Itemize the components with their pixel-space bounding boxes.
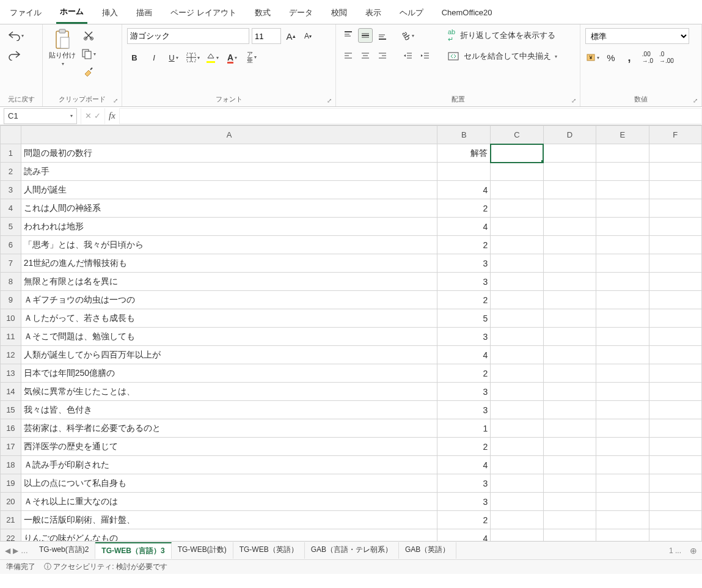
font-size-combo[interactable]	[252, 28, 281, 44]
cell[interactable]: 我々は皆、色付き	[21, 401, 437, 419]
cell[interactable]	[649, 383, 701, 401]
cell[interactable]: 4	[437, 346, 491, 364]
cell[interactable]: 気候に異常が生じたことは、	[21, 383, 437, 401]
cell[interactable]	[491, 273, 543, 291]
sheet-tab[interactable]: TG-WEB（英語）	[233, 542, 305, 559]
cell[interactable]: 2	[437, 438, 491, 456]
cell[interactable]	[649, 181, 701, 199]
name-box[interactable]: C1▾	[4, 108, 77, 124]
row-header[interactable]: 11	[1, 328, 21, 346]
cell[interactable]	[596, 181, 649, 199]
number-launcher-icon[interactable]: ⤢	[693, 97, 698, 104]
cell[interactable]	[543, 529, 596, 542]
cut-button[interactable]	[81, 28, 96, 43]
increase-indent-button[interactable]	[418, 49, 433, 64]
row-header[interactable]: 20	[1, 493, 21, 511]
cell[interactable]	[649, 328, 701, 346]
cell[interactable]	[543, 346, 596, 364]
cell[interactable]: 4	[437, 218, 491, 236]
wrap-text-button[interactable]: ab↵ 折り返して全体を表示する	[444, 28, 560, 43]
cell[interactable]	[649, 218, 701, 236]
cell[interactable]	[596, 291, 649, 309]
cell[interactable]	[543, 493, 596, 511]
cell[interactable]: 4	[437, 181, 491, 199]
cell[interactable]	[491, 163, 543, 181]
cell[interactable]: 人類が誕生してから四百万年以上が	[21, 346, 437, 364]
col-header-B[interactable]: B	[437, 126, 491, 144]
cell[interactable]: 3	[437, 254, 491, 273]
orientation-button[interactable]: ab▾	[401, 28, 415, 43]
tab-data[interactable]: データ	[285, 5, 316, 23]
cell[interactable]: 2	[437, 511, 491, 529]
cell[interactable]	[491, 401, 543, 419]
align-launcher-icon[interactable]: ⤢	[571, 97, 576, 104]
cell[interactable]	[596, 383, 649, 401]
sheet-tab[interactable]: TG-WEB(計数)	[172, 542, 233, 559]
cell[interactable]: 西洋医学の歴史を通じて	[21, 438, 437, 456]
cell[interactable]	[649, 273, 701, 291]
cell[interactable]	[491, 529, 543, 542]
cell[interactable]	[649, 364, 701, 383]
cell[interactable]	[596, 218, 649, 236]
tab-help[interactable]: ヘルプ	[396, 5, 427, 23]
tab-insert[interactable]: 挿入	[98, 5, 122, 23]
increase-decimal-button[interactable]: .00→.0	[640, 50, 655, 65]
decrease-indent-button[interactable]	[401, 49, 415, 64]
row-header[interactable]: 16	[1, 419, 21, 438]
cell[interactable]	[596, 346, 649, 364]
cell[interactable]	[491, 474, 543, 493]
row-header[interactable]: 7	[1, 254, 21, 273]
borders-button[interactable]: ▾	[186, 50, 200, 65]
tab-home[interactable]: ホーム	[56, 4, 87, 24]
cell[interactable]	[543, 383, 596, 401]
row-header[interactable]: 21	[1, 511, 21, 529]
cell[interactable]: 一般に活版印刷術、羅針盤、	[21, 511, 437, 529]
cell[interactable]	[543, 309, 596, 328]
cell[interactable]	[491, 493, 543, 511]
fill-color-button[interactable]: ▾	[205, 50, 220, 65]
sheet-tab[interactable]: TG-WEB（言語）3	[95, 542, 171, 559]
cell[interactable]: 3	[437, 328, 491, 346]
cell[interactable]: 3	[437, 493, 491, 511]
row-header[interactable]: 10	[1, 309, 21, 328]
align-bottom-button[interactable]	[375, 28, 390, 43]
row-header[interactable]: 1	[1, 144, 21, 163]
cell[interactable]	[543, 181, 596, 199]
cell[interactable]	[649, 309, 701, 328]
cell[interactable]: 問題の最初の数行	[21, 144, 437, 163]
cell[interactable]: 以上の点について私自身も	[21, 474, 437, 493]
cell[interactable]	[596, 493, 649, 511]
cell[interactable]	[491, 511, 543, 529]
tab-chemoffice[interactable]: ChemOffice20	[438, 6, 496, 22]
row-header[interactable]: 13	[1, 364, 21, 383]
font-launcher-icon[interactable]: ⤢	[327, 97, 332, 104]
cell[interactable]: Ａ読み手が印刷された	[21, 456, 437, 474]
align-right-button[interactable]	[375, 49, 390, 64]
cell[interactable]	[491, 328, 543, 346]
cell[interactable]: 2	[437, 236, 491, 254]
cell[interactable]	[649, 346, 701, 364]
cell[interactable]	[596, 529, 649, 542]
cell[interactable]	[596, 328, 649, 346]
cell[interactable]	[543, 144, 596, 163]
cell[interactable]	[491, 236, 543, 254]
row-header[interactable]: 2	[1, 163, 21, 181]
cell[interactable]	[596, 401, 649, 419]
sheets-overflow-label[interactable]: 1 ...	[665, 546, 685, 555]
cell[interactable]	[543, 419, 596, 438]
sheet-tab[interactable]: TG-web(言語)2	[33, 542, 95, 559]
align-center-button[interactable]	[358, 49, 373, 64]
decrease-decimal-button[interactable]: .0→.00	[659, 50, 675, 65]
cell[interactable]	[596, 254, 649, 273]
cell[interactable]	[649, 254, 701, 273]
tab-formulas[interactable]: 数式	[251, 5, 274, 23]
cell[interactable]: 3	[437, 383, 491, 401]
cell[interactable]	[543, 273, 596, 291]
cell[interactable]: Ａそれ以上に重大なのは	[21, 493, 437, 511]
cell[interactable]	[491, 438, 543, 456]
row-header[interactable]: 22	[1, 529, 21, 542]
cell[interactable]	[649, 163, 701, 181]
col-header-D[interactable]: D	[543, 126, 596, 144]
format-painter-button[interactable]	[81, 65, 96, 79]
tab-review[interactable]: 校閲	[327, 5, 351, 23]
